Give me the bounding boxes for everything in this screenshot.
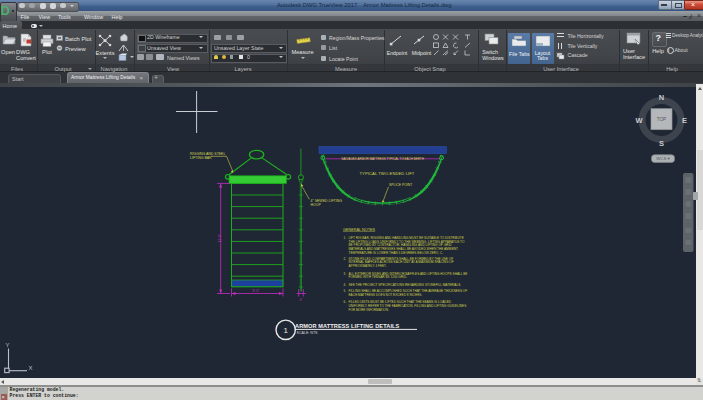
svg-text:1: 1 [283, 326, 288, 335]
svg-text:5.: 5. [344, 289, 347, 293]
svg-text:HOOP: HOOP [311, 203, 322, 207]
svg-text:APPROXIMATELY 4 FEET.: APPROXIMATELY 4 FEET. [349, 264, 387, 268]
svg-text:4.: 4. [344, 283, 347, 287]
svg-text:Y: Y [6, 342, 10, 348]
svg-text:4": 4" [299, 298, 303, 302]
svg-text:LIFTING BAR: LIFTING BAR [190, 156, 212, 160]
svg-text:12'-0": 12'-0" [218, 233, 222, 242]
svg-text:GENERAL NOTES: GENERAL NOTES [343, 228, 376, 232]
svg-text:EACH MATTRESS DOES NOT EXCEED: EACH MATTRESS DOES NOT EXCEED 8 INCHES. [349, 293, 423, 297]
svg-text:2.: 2. [344, 257, 347, 261]
svg-text:SCALE: NTS: SCALE: NTS [297, 331, 319, 335]
svg-text:W: W [635, 116, 643, 125]
svg-text:FOR MORE INFORMATION.: FOR MORE INFORMATION. [349, 308, 390, 312]
svg-text:WCS ▾: WCS ▾ [656, 156, 670, 161]
svg-text:6.: 6. [344, 300, 347, 304]
svg-text:FORMED WITH TENSAR BX 1200 GRI: FORMED WITH TENSAR BX 1200 GRID. [349, 275, 408, 279]
svg-text:SPLICE POINT: SPLICE POINT [389, 183, 412, 187]
svg-text:E: E [682, 116, 687, 125]
svg-text:TYPICAL TWO-ENDED LIFT: TYPICAL TWO-ENDED LIFT [360, 171, 415, 176]
svg-text:X: X [29, 365, 33, 371]
svg-text:TOP: TOP [657, 117, 666, 122]
svg-text:N: N [659, 93, 664, 102]
svg-text:TEMPERATURE IS LOWER THAN 5 DE: TEMPERATURE IS LOWER THAN 5 DEGREES BELO… [349, 251, 444, 255]
svg-text:3.: 3. [344, 272, 347, 276]
svg-text:1.: 1. [344, 236, 347, 240]
svg-text:ARMOR MATTRESS LIFTING DETAILS: ARMOR MATTRESS LIFTING DETAILS [295, 323, 400, 329]
svg-text:S: S [659, 139, 664, 148]
svg-text:8'-0": 8'-0" [253, 289, 261, 293]
svg-text:SALVAGED ARMOR MATTRESS TYPICA: SALVAGED ARMOR MATTRESS TYPICAL TO EACH … [341, 157, 424, 161]
svg-text:SEE THE PROJECT SPECIFICATIONS: SEE THE PROJECT SPECIFICATIONS REGARDING… [349, 283, 462, 287]
